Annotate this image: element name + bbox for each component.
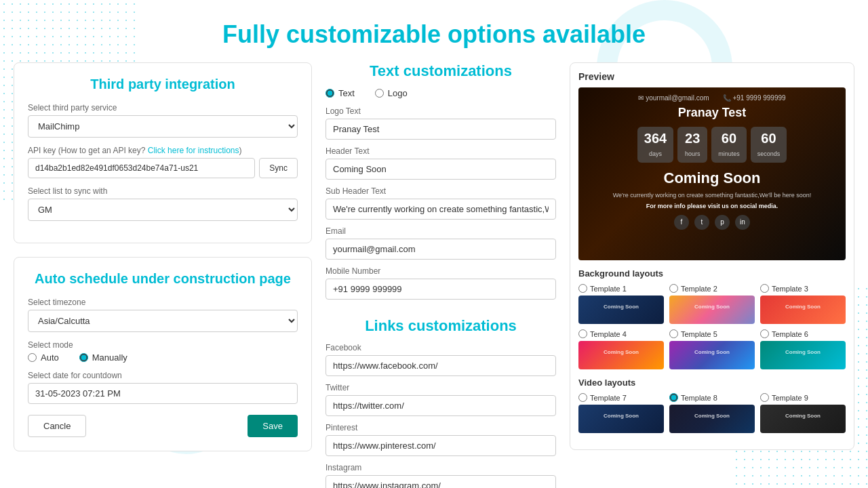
- template-9-radio[interactable]: [760, 393, 769, 402]
- list-row: Select list to sync with GM List 1 List …: [28, 186, 298, 221]
- sync-button[interactable]: Sync: [259, 158, 298, 178]
- service-label: Select third party service: [28, 103, 298, 113]
- mode-label: Select mode: [28, 340, 298, 350]
- template-3-radio[interactable]: [760, 284, 769, 293]
- save-button[interactable]: Save: [248, 415, 298, 437]
- left-column: Third party integration Select third par…: [14, 62, 312, 488]
- service-row: Select third party service MailChimp Act…: [28, 103, 298, 138]
- template-item-1: Template 1 Coming Soon: [578, 284, 664, 324]
- header-text-label: Header Text: [326, 146, 556, 156]
- logo-text-input[interactable]: [326, 119, 556, 140]
- date-row: Select date for countdown: [28, 371, 298, 404]
- template-6-radio-row[interactable]: Template 6: [760, 329, 808, 338]
- api-key-link[interactable]: Click here for instructions: [148, 146, 239, 155]
- template-item-9: Template 9 Coming Soon: [760, 393, 846, 433]
- instagram-label: Instagram: [326, 463, 556, 472]
- pinterest-input[interactable]: [326, 435, 556, 456]
- middle-column: Text customizations Text Logo Logo Text …: [326, 62, 556, 488]
- countdown-seconds: 60 seconds: [751, 127, 787, 163]
- facebook-icon: f: [674, 215, 689, 230]
- mobile-input[interactable]: [326, 279, 556, 300]
- template-4-thumb: Coming Soon: [578, 341, 664, 369]
- twitter-label: Twitter: [326, 383, 556, 392]
- template-3-radio-row[interactable]: Template 3: [760, 284, 808, 293]
- preview-contact-row: ✉ yourmail@gmail.com 📞 +91 9999 999999: [578, 87, 846, 106]
- template-3-label: Template 3: [772, 285, 808, 293]
- sub-header-input[interactable]: [326, 199, 556, 220]
- timezone-label: Select timezone: [28, 298, 298, 307]
- timezone-row: Select timezone Asia/Calcutta UTC Americ…: [28, 298, 298, 332]
- logo-radio[interactable]: [375, 89, 384, 98]
- template-1-radio[interactable]: [578, 284, 587, 293]
- countdown-minutes: 60 minutes: [711, 127, 747, 163]
- template-1-radio-row[interactable]: Template 1: [578, 284, 627, 293]
- preview-email-icon: ✉ yourmail@gmail.com: [638, 94, 709, 102]
- bg-templates-grid: Template 1 Coming Soon Template 2 Coming…: [578, 284, 846, 369]
- mode-manually-radio[interactable]: [79, 353, 88, 362]
- template-4-radio[interactable]: [578, 329, 587, 338]
- api-key-label: API key (How to get an API key? Click he…: [28, 146, 298, 155]
- pinterest-icon: p: [715, 215, 730, 230]
- mode-manually-label[interactable]: Manually: [79, 352, 127, 363]
- api-key-input[interactable]: [28, 158, 255, 178]
- social-icons-row: f t p in: [578, 215, 846, 230]
- template-4-radio-row[interactable]: Template 4: [578, 329, 627, 338]
- countdown-row: 364 days 23 hours 60 minutes 60 seconds: [578, 127, 846, 163]
- api-key-row: API key (How to get an API key? Click he…: [28, 146, 298, 178]
- template-9-label: Template 9: [772, 394, 808, 402]
- template-4-label: Template 4: [590, 330, 627, 338]
- action-btn-row: Cancle Save: [28, 415, 298, 437]
- text-radio[interactable]: [326, 89, 334, 98]
- template-7-radio[interactable]: [578, 393, 587, 402]
- preview-label: Preview: [578, 71, 846, 82]
- template-7-radio-row[interactable]: Template 7: [578, 393, 627, 402]
- content-area: Third party integration Select third par…: [0, 62, 868, 488]
- template-1-thumb: Coming Soon: [578, 296, 664, 324]
- mode-row: Select mode Auto Manually: [28, 340, 298, 363]
- date-input[interactable]: [28, 383, 298, 404]
- template-8-radio-row[interactable]: Template 8: [669, 393, 717, 402]
- template-5-label: Template 5: [681, 330, 717, 338]
- mode-auto-label[interactable]: Auto: [28, 352, 59, 363]
- template-8-thumb: Coming Soon: [669, 405, 755, 433]
- instagram-icon: in: [735, 215, 750, 230]
- facebook-input[interactable]: [326, 355, 556, 376]
- service-select[interactable]: MailChimp ActiveCampaign ConvertKit: [28, 115, 298, 138]
- logo-text-label: Logo Text: [326, 106, 556, 116]
- template-2-label: Template 2: [681, 285, 717, 293]
- template-9-radio-row[interactable]: Template 9: [760, 393, 808, 402]
- template-5-radio[interactable]: [669, 329, 678, 338]
- preview-image: ✉ yourmail@gmail.com 📞 +91 9999 999999 P…: [578, 87, 846, 260]
- template-item-8: Template 8 Coming Soon: [669, 393, 755, 433]
- template-5-thumb: Coming Soon: [669, 341, 755, 369]
- links-customizations-title: Links customizations: [326, 317, 556, 335]
- template-8-radio[interactable]: [669, 393, 678, 402]
- twitter-input[interactable]: [326, 395, 556, 416]
- template-2-radio[interactable]: [669, 284, 678, 293]
- third-party-section: Third party integration Select third par…: [14, 62, 312, 243]
- template-1-label: Template 1: [590, 285, 627, 293]
- mode-auto-radio[interactable]: [28, 353, 37, 362]
- template-2-radio-row[interactable]: Template 2: [669, 284, 717, 293]
- countdown-days: 364 days: [637, 127, 673, 163]
- logo-radio-label[interactable]: Logo: [375, 88, 408, 98]
- email-label: Email: [326, 226, 556, 236]
- mobile-label: Mobile Number: [326, 266, 556, 276]
- template-item-3: Template 3 Coming Soon: [760, 284, 846, 324]
- list-select[interactable]: GM List 1 List 2: [28, 199, 298, 221]
- cancel-button[interactable]: Cancle: [28, 415, 86, 437]
- date-label: Select date for countdown: [28, 371, 298, 380]
- instagram-input[interactable]: [326, 475, 556, 488]
- text-radio-label[interactable]: Text: [326, 88, 355, 98]
- email-input[interactable]: [326, 239, 556, 260]
- video-layouts-title: Video layouts: [578, 378, 846, 388]
- sub-header-label: Sub Header Text: [326, 186, 556, 196]
- template-5-radio-row[interactable]: Template 5: [669, 329, 717, 338]
- template-9-thumb: Coming Soon: [760, 405, 846, 433]
- template-6-radio[interactable]: [760, 329, 769, 338]
- header-text-input[interactable]: [326, 159, 556, 180]
- template-7-label: Template 7: [590, 394, 627, 402]
- main-title: Fully customizable options available: [0, 0, 868, 62]
- preview-subtext: We're currently working on create someth…: [578, 191, 846, 200]
- timezone-select[interactable]: Asia/Calcutta UTC America/New_York: [28, 310, 298, 332]
